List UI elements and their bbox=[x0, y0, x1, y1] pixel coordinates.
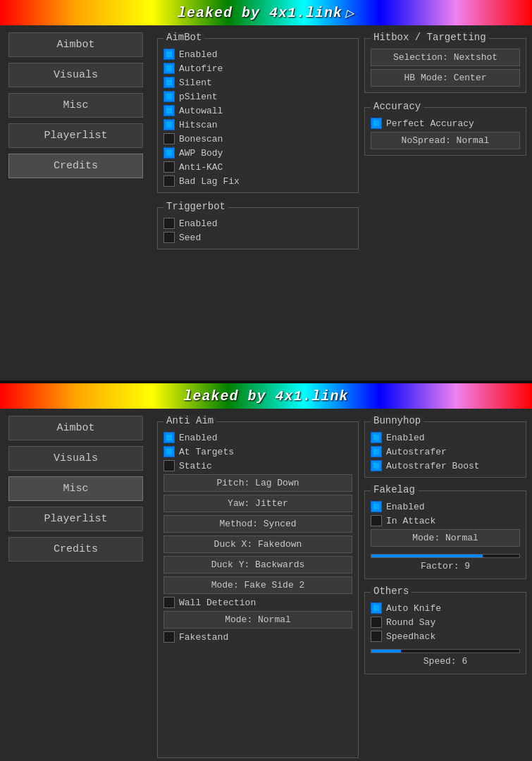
nospread-btn[interactable]: NoSpread: Normal bbox=[371, 132, 520, 149]
ducky-btn[interactable]: Duck Y: Backwards bbox=[163, 556, 352, 574]
cb-autofire[interactable]: Autofire bbox=[163, 61, 352, 75]
cb-label: Speedhack bbox=[386, 631, 435, 642]
sidebar-misc-2[interactable]: Misc bbox=[8, 476, 143, 501]
sidebar-playerlist-1[interactable]: Playerlist bbox=[8, 123, 143, 148]
cb-autoknife[interactable]: Auto Knife bbox=[371, 601, 520, 615]
mode-fakeside-btn[interactable]: Mode: Fake Side 2 bbox=[163, 576, 352, 594]
aimbot-content: Enabled Autofire Silent pSilent Autowall… bbox=[163, 47, 352, 188]
cb-icon bbox=[163, 105, 175, 116]
cb-walldetection[interactable]: Wall Detection bbox=[163, 595, 352, 610]
sidebar-visuals-2[interactable]: Visuals bbox=[8, 446, 143, 471]
cb-icon bbox=[371, 602, 382, 614]
accuracy-content: Perfect Accuracy NoSpread: Normal bbox=[371, 116, 520, 151]
cb-autostrafer-boost[interactable]: Autostrafer Boost bbox=[371, 459, 520, 473]
cb-speedhack[interactable]: Speedhack bbox=[371, 629, 520, 643]
cb-silent[interactable]: Silent bbox=[163, 75, 352, 89]
cb-badlagfix[interactable]: Bad Lag Fix bbox=[163, 174, 352, 188]
cb-label: Fakestand bbox=[179, 632, 228, 643]
cb-aa-static[interactable]: Static bbox=[163, 459, 352, 473]
factor-slider[interactable]: Factor: 9 bbox=[371, 548, 520, 574]
cb-awpbody[interactable]: AWP Body bbox=[163, 146, 352, 160]
cb-label: Anti-KAC bbox=[179, 162, 223, 173]
cb-bh-enabled[interactable]: Enabled bbox=[371, 431, 520, 445]
cb-aa-attargets[interactable]: At Targets bbox=[163, 445, 352, 459]
cb-icon bbox=[163, 175, 175, 187]
cb-icon bbox=[163, 631, 175, 643]
rainbow-bar-2: leaked by 4x1.link bbox=[0, 383, 532, 409]
others-content: Auto Knife Round Say Speedhack Speed: 6 bbox=[371, 601, 520, 669]
bunnyhop-label: Bunnyhop bbox=[371, 415, 423, 426]
cb-inattack[interactable]: In Attack bbox=[371, 514, 520, 528]
fakelag-content: Enabled In Attack Mode: Normal Factor: 9 bbox=[371, 500, 520, 574]
hitbox-group: Hitbox / Targetting Selection: Nextshot … bbox=[364, 38, 526, 93]
hbmode-btn[interactable]: HB Mode: Center bbox=[371, 69, 520, 87]
main-content-2: Anti Aim Enabled At Targets Static Pitch… bbox=[151, 409, 532, 761]
cb-icon bbox=[163, 446, 175, 457]
sidebar-credits-2[interactable]: Credits bbox=[8, 537, 143, 562]
cb-icon bbox=[371, 617, 382, 628]
speed-slider[interactable]: Speed: 6 bbox=[371, 643, 520, 669]
slider-track bbox=[371, 554, 520, 558]
cb-hitscan[interactable]: Hitscan bbox=[163, 118, 352, 132]
accuracy-label: Accuracy bbox=[371, 101, 423, 112]
cb-perfect-accuracy[interactable]: Perfect Accuracy bbox=[371, 116, 520, 130]
cb-label: Enabled bbox=[179, 218, 218, 229]
speed-slider-fill bbox=[371, 650, 401, 652]
cb-autostrafer[interactable]: Autostrafer bbox=[371, 445, 520, 459]
cb-icon bbox=[163, 161, 175, 173]
cursor-icon: ▷ bbox=[345, 4, 354, 22]
sidebar-aimbot-1[interactable]: Aimbot bbox=[8, 32, 143, 57]
main-content-1: AimBot Enabled Autofire Silent pSilent A… bbox=[151, 25, 532, 380]
cb-autowall[interactable]: Autowall bbox=[163, 104, 352, 118]
cb-fl-enabled[interactable]: Enabled bbox=[371, 500, 520, 514]
fakelag-label: Fakelag bbox=[371, 484, 418, 495]
cb-trig-seed[interactable]: Seed bbox=[163, 230, 352, 245]
title-1: leaked by 4x1.link bbox=[178, 5, 342, 21]
rainbow-bar-1: leaked by 4x1.link ▷ bbox=[0, 0, 532, 25]
cb-icon bbox=[163, 49, 175, 60]
sidebar-playerlist-2[interactable]: Playerlist bbox=[8, 507, 143, 531]
selection-btn[interactable]: Selection: Nextshot bbox=[371, 49, 520, 66]
cb-bonescan[interactable]: Bonescan bbox=[163, 132, 352, 146]
yaw-btn[interactable]: Yaw: Jitter bbox=[163, 495, 352, 512]
duckx-btn[interactable]: Duck X: Fakedown bbox=[163, 536, 352, 553]
mode-normal-btn[interactable]: Mode: Normal bbox=[163, 611, 352, 629]
sidebar-visuals-1[interactable]: Visuals bbox=[8, 63, 143, 87]
cb-label: Bonescan bbox=[179, 134, 223, 144]
cb-antikac[interactable]: Anti-KAC bbox=[163, 160, 352, 174]
bunnyhop-content: Enabled Autostrafer Autostrafer Boost bbox=[371, 431, 520, 473]
cb-aa-enabled[interactable]: Enabled bbox=[163, 431, 352, 445]
cb-psilent[interactable]: pSilent bbox=[163, 89, 352, 104]
cb-enabled-1[interactable]: Enabled bbox=[163, 47, 352, 61]
cb-fakestand[interactable]: Fakestand bbox=[163, 630, 352, 644]
slider-fill bbox=[371, 555, 483, 557]
sidebar-aimbot-2[interactable]: Aimbot bbox=[8, 416, 143, 440]
cb-label: Wall Detection bbox=[179, 598, 256, 608]
cb-label: Enabled bbox=[386, 433, 425, 443]
method-btn[interactable]: Method: Synced bbox=[163, 515, 352, 533]
fl-mode-btn[interactable]: Mode: Normal bbox=[371, 529, 520, 547]
cb-label: Hitscan bbox=[179, 120, 218, 130]
antiaim-label: Anti Aim bbox=[163, 415, 216, 426]
sidebar-1: Aimbot Visuals Misc Playerlist Credits bbox=[0, 25, 151, 380]
cb-trig-enabled[interactable]: Enabled bbox=[163, 216, 352, 230]
cb-label: Enabled bbox=[179, 49, 218, 60]
aimbot-label: AimBot bbox=[163, 32, 204, 43]
speed-slider-track bbox=[371, 649, 520, 653]
triggerbot-content: Enabled Seed bbox=[163, 216, 352, 245]
col-left-2: Anti Aim Enabled At Targets Static Pitch… bbox=[157, 414, 359, 758]
sidebar-misc-1[interactable]: Misc bbox=[8, 93, 143, 118]
cb-icon bbox=[371, 501, 382, 512]
accuracy-group: Accuracy Perfect Accuracy NoSpread: Norm… bbox=[364, 107, 526, 156]
sidebar-credits-1[interactable]: Credits bbox=[8, 154, 143, 178]
cb-label: Autostrafer Boost bbox=[386, 461, 480, 471]
cb-icon bbox=[371, 515, 382, 526]
pitch-btn[interactable]: Pitch: Lag Down bbox=[163, 474, 352, 492]
cb-label: Auto Knife bbox=[386, 603, 441, 614]
cb-roundsay[interactable]: Round Say bbox=[371, 615, 520, 629]
cb-icon bbox=[163, 232, 175, 243]
sidebar-2: Aimbot Visuals Misc Playerlist Credits bbox=[0, 409, 151, 761]
cb-icon bbox=[163, 460, 175, 471]
speed-label: Speed: 6 bbox=[371, 656, 520, 667]
cb-label: At Targets bbox=[179, 447, 234, 457]
